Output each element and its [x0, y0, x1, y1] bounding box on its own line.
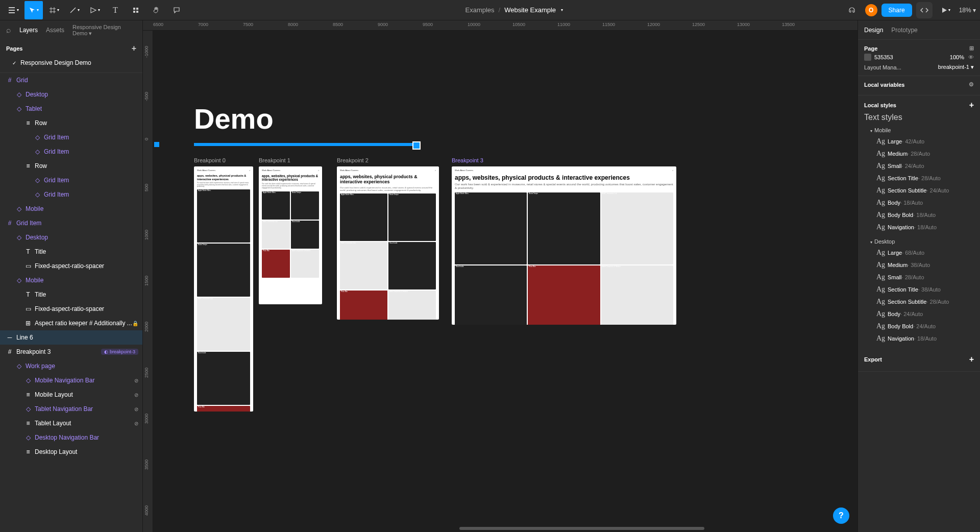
text-style-item[interactable]: AgSmall · 28/Auto	[864, 271, 974, 283]
layer-row[interactable]: TTitle	[0, 245, 142, 259]
text-style-item[interactable]: AgLarge · 68/Auto	[864, 247, 974, 259]
hidden-icon[interactable]: ⊘	[134, 406, 138, 412]
shape-tool-button[interactable]: ▾	[86, 1, 104, 19]
chevron-down-icon[interactable]: ▾	[561, 8, 563, 12]
layer-row[interactable]: ◇Grid Item	[0, 144, 142, 159]
text-style-item[interactable]: AgBody · 18/Auto	[864, 197, 974, 209]
layer-row[interactable]: ◇Desktop	[0, 230, 142, 245]
bg-color-row[interactable]: 535353 100%👁	[864, 54, 974, 61]
layer-row[interactable]: #Grid Item	[0, 216, 142, 230]
layer-row[interactable]: ◇Tablet	[0, 102, 142, 116]
hidden-icon[interactable]: ⊘	[134, 421, 138, 426]
text-style-item[interactable]: AgNavigation · 18/Auto	[864, 332, 974, 345]
text-tool-button[interactable]: T	[106, 1, 125, 19]
present-button[interactable]: ▾	[937, 1, 955, 19]
canvas-frame[interactable]: Work About Careers⌕ apps, websites, phys…	[194, 166, 253, 412]
page-options-icon[interactable]: ⊞	[969, 45, 974, 52]
lock-icon[interactable]: 🔒	[132, 321, 138, 326]
layer-row[interactable]: ◇Grid Item	[0, 187, 142, 202]
text-style-item[interactable]: AgMedium · 38/Auto	[864, 259, 974, 271]
layer-row[interactable]: TTitle	[0, 287, 142, 302]
share-button[interactable]: Share	[881, 4, 912, 17]
resources-button[interactable]	[127, 1, 145, 19]
variables-settings-icon[interactable]: ⚙	[969, 81, 974, 88]
search-icon[interactable]: ⌕	[6, 26, 11, 35]
hand-tool-button[interactable]	[147, 1, 165, 19]
comment-tool-button[interactable]	[167, 1, 186, 19]
layer-row[interactable]: #Breakpoint 3◐breakpoint-3	[0, 345, 142, 359]
style-name: Section Title	[888, 286, 918, 293]
selected-line-object[interactable]	[194, 143, 419, 146]
layer-row[interactable]: ◇Work page	[0, 359, 142, 373]
breadcrumb-current[interactable]: Website Example	[504, 6, 556, 14]
help-button[interactable]: ?	[833, 507, 849, 524]
text-style-item[interactable]: AgSmall · 24/Auto	[864, 160, 974, 172]
canvas-frame[interactable]: Work About Careers⌕ apps, websites, phys…	[452, 166, 676, 325]
audio-button[interactable]	[843, 1, 861, 19]
text-style-item[interactable]: AgSection Title · 28/Auto	[864, 172, 974, 184]
layer-row[interactable]: ◇Tablet Navigation Bar⊘	[0, 402, 142, 416]
visibility-icon[interactable]: 👁	[968, 54, 974, 60]
add-export-button[interactable]: +	[969, 355, 974, 364]
layer-row[interactable]: ▭Fixed-aspect-ratio-spacer	[0, 302, 142, 316]
layer-row[interactable]: ≡Row	[0, 116, 142, 130]
canvas[interactable]: Demo Breakpoint 0 Work About Careers⌕ ap…	[153, 31, 857, 532]
tab-layers[interactable]: Layers	[19, 27, 38, 34]
layer-row[interactable]: ≡Desktop Layout	[0, 445, 142, 459]
tab-design[interactable]: Design	[864, 27, 883, 34]
frame-label[interactable]: Breakpoint 1	[259, 157, 290, 163]
layer-row[interactable]: ◇Desktop	[0, 87, 142, 102]
add-style-button[interactable]: +	[969, 101, 974, 110]
layer-row[interactable]: ◇Mobile	[0, 273, 142, 287]
layer-row[interactable]: ◇Desktop Navigation Bar	[0, 430, 142, 445]
layer-row[interactable]: ◇Mobile Navigation Bar⊘	[0, 373, 142, 388]
frame-label[interactable]: Breakpoint 3	[452, 157, 483, 163]
main-menu-button[interactable]: ▾	[4, 1, 22, 19]
frame-label[interactable]: Breakpoint 0	[194, 157, 226, 163]
layer-row[interactable]: ≡Row	[0, 159, 142, 173]
layer-row[interactable]: ≡Tablet Layout⊘	[0, 416, 142, 430]
style-group-title[interactable]: Desktop	[864, 236, 974, 247]
text-style-item[interactable]: AgSection Title · 38/Auto	[864, 283, 974, 296]
text-style-item[interactable]: AgBody Bold · 18/Auto	[864, 209, 974, 221]
style-group-title[interactable]: Mobile	[864, 125, 974, 135]
frame-tool-button[interactable]: ▾	[45, 1, 63, 19]
text-style-item[interactable]: AgBody · 24/Auto	[864, 308, 974, 320]
layer-row[interactable]: ≡Mobile Layout⊘	[0, 388, 142, 402]
hidden-icon[interactable]: ⊘	[134, 392, 138, 398]
bg-color-swatch[interactable]	[864, 54, 871, 61]
text-style-item[interactable]: AgBody Bold · 24/Auto	[864, 320, 974, 332]
layer-row[interactable]: ◇Mobile	[0, 202, 142, 216]
zoom-level[interactable]: 18% ▾	[959, 7, 976, 14]
hidden-icon[interactable]: ⊘	[134, 378, 138, 383]
canvas-area[interactable]: 6500700075008000850090009500100001050011…	[143, 20, 857, 532]
move-tool-button[interactable]: ▾	[24, 1, 43, 19]
page-item[interactable]: Responsive Design Demo	[0, 57, 142, 68]
breadcrumb-parent[interactable]: Examples	[465, 6, 494, 14]
selection-handle[interactable]	[154, 142, 159, 147]
pen-tool-button[interactable]: ▾	[65, 1, 84, 19]
tab-assets[interactable]: Assets	[46, 27, 64, 34]
layer-row[interactable]: ◇Grid Item	[0, 173, 142, 187]
canvas-frame[interactable]: Work About Careers⌕ apps, websites, phys…	[337, 166, 439, 320]
tab-prototype[interactable]: Prototype	[891, 27, 917, 34]
layer-row[interactable]: ◇Grid Item	[0, 130, 142, 144]
frame-label[interactable]: Breakpoint 2	[337, 157, 369, 163]
layout-manager-dropdown[interactable]: breakpoint-1 ▾	[938, 64, 974, 70]
layer-row[interactable]: #Grid	[0, 73, 142, 87]
demo-title-text[interactable]: Demo	[194, 102, 274, 135]
layer-row[interactable]: ⊞Aspect ratio keeper # Additionally ...🔒	[0, 316, 142, 330]
layer-row[interactable]: ─Line 6	[0, 330, 142, 345]
text-style-item[interactable]: AgMedium · 28/Auto	[864, 148, 974, 160]
text-style-item[interactable]: AgLarge · 42/Auto	[864, 135, 974, 148]
file-name-dropdown[interactable]: Responsive Design Demo ▾	[72, 24, 136, 37]
text-style-item[interactable]: AgSection Subtitle · 24/Auto	[864, 184, 974, 197]
canvas-frame[interactable]: Work About Careers⌕ apps, websites, phys…	[259, 166, 322, 304]
text-style-item[interactable]: AgNavigation · 18/Auto	[864, 221, 974, 233]
user-avatar[interactable]: O	[865, 4, 877, 16]
add-page-button[interactable]: +	[132, 44, 136, 53]
layer-row[interactable]: ▭Fixed-aspect-ratio-spacer	[0, 259, 142, 273]
canvas-scrollbar-horizontal[interactable]	[459, 527, 704, 530]
dev-mode-button[interactable]	[916, 2, 933, 18]
text-style-item[interactable]: AgSection Subtitle · 28/Auto	[864, 296, 974, 308]
